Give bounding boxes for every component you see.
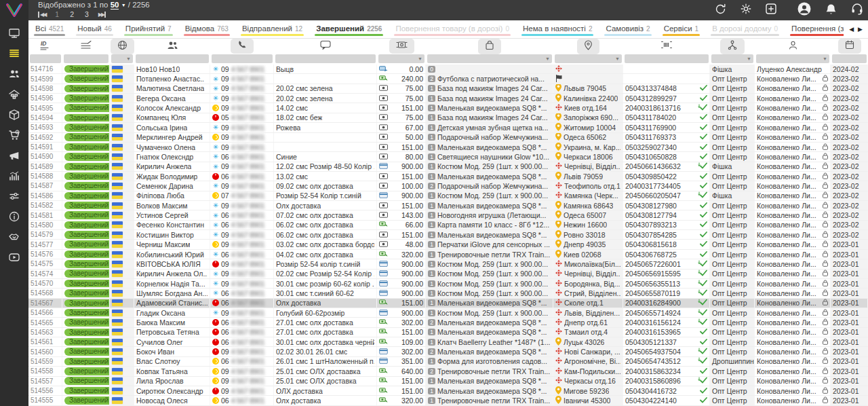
tab-8[interactable]: Самовивіз2 <box>599 20 656 38</box>
sidebar-item-tutorials[interactable] <box>5 253 23 265</box>
table-row[interactable]: 514598ЗавершенийМалютина Светлана✳094 56… <box>28 84 868 94</box>
page-size-select[interactable]: 50 <box>111 1 119 10</box>
sidebar-item-customers[interactable] <box>5 69 23 81</box>
topbar-add-button[interactable] <box>765 3 777 18</box>
table-row[interactable]: 514590ЗавершенийГнатюк Олексндр✳064 567 … <box>28 152 868 162</box>
column-sort-manager[interactable] <box>755 39 831 54</box>
sidebar-item-settings[interactable] <box>5 191 23 204</box>
table-row[interactable]: 514591ЗавершенийЧумаченко Олена✳094 567 … <box>28 143 868 152</box>
filter-product[interactable]: ▼ <box>427 54 552 63</box>
filter-id[interactable] <box>30 54 61 63</box>
column-sort-source[interactable] <box>710 39 755 54</box>
table-row[interactable]: 514599ЗавершенийПотапенко Анастас..✳094 … <box>28 74 868 84</box>
last-page-button[interactable]: ▶▶ <box>98 12 106 18</box>
table-row[interactable]: 514561ЗавершенийСучилов Олег’064 567 890… <box>28 337 868 347</box>
table-row[interactable]: 514565ЗавершенийБаюка Максим’064 567 890… <box>28 318 868 327</box>
column-sort-id[interactable]: ID <box>28 39 62 54</box>
table-row[interactable]: 514592ЗавершенийМерклингер Андрей094 567… <box>28 133 868 143</box>
table-row[interactable]: 514566ЗавершенийГладик Оксана✳094 567 89… <box>28 308 868 318</box>
first-page-button[interactable]: ◀◀ <box>38 12 45 18</box>
topbar-refresh-button[interactable] <box>714 3 727 18</box>
app-logo-icon[interactable] <box>0 0 28 20</box>
tab-4[interactable]: Відправлений12 <box>235 20 309 38</box>
table-row[interactable]: 514595ЗавершенийКолосок Александр094 567… <box>28 103 868 113</box>
table-row[interactable]: 514582ЗавершенийВолков Максим✳094 567 89… <box>28 201 868 210</box>
page-button-1[interactable]: 1 <box>55 10 59 18</box>
sidebar-item-marketing[interactable] <box>5 151 23 163</box>
table-row[interactable]: 514716ЗавершенийНов10 Нов10✳094 567 8901… <box>28 64 868 74</box>
filter-manager[interactable]: ▼ <box>756 54 829 63</box>
table-row[interactable]: 514580ЗавершенийФесенко Константин✳064 5… <box>28 221 868 230</box>
table-row[interactable]: 514567ЗавершенийАдамовский Станис...’064… <box>28 299 868 308</box>
sidebar-item-info[interactable] <box>5 212 23 224</box>
column-sort-phone[interactable] <box>210 39 274 54</box>
sidebar-item-statistics[interactable] <box>5 171 23 183</box>
column-sort-product[interactable] <box>426 39 553 54</box>
table-row[interactable]: 514594ЗавершенийКомпанец Юля’054 567 890… <box>28 113 868 123</box>
table-row[interactable]: 514568ЗавершенийШумляс Богдана Ан...✳064… <box>28 289 868 298</box>
filter-source[interactable]: ▼ <box>711 54 753 63</box>
tab-3[interactable]: Відмова763 <box>178 20 235 38</box>
table-row[interactable]: 514596ЗавершенийВегера Оксана✳094 567 89… <box>28 94 868 103</box>
tab-zavershenyi[interactable]: Завершений2256 <box>309 20 389 38</box>
column-sort-flag[interactable] <box>110 39 134 54</box>
filter-date[interactable] <box>832 54 867 63</box>
tabs-scroll-left-icon[interactable]: ◀ <box>849 26 854 33</box>
column-sort-comment[interactable] <box>274 39 377 54</box>
table-row[interactable]: 514588ЗавершенийЖидак Володимир’064 567 … <box>28 172 868 181</box>
table-row[interactable]: 514563ЗавершенийПетровська Тетяна’064 56… <box>28 328 868 337</box>
topbar-profile-button[interactable] <box>797 1 812 19</box>
sidebar-item-company[interactable] <box>5 90 23 102</box>
topbar-notifications-button[interactable] <box>825 3 837 18</box>
filter-flag[interactable]: ▼ <box>111 54 133 63</box>
filter-status[interactable] <box>64 54 108 63</box>
table-row[interactable]: 514559ЗавершенийВлас Слотюу064 567 89012… <box>28 357 868 367</box>
table-row[interactable]: 514576ЗавершенийКобилинський Юрий✳064 56… <box>28 250 868 259</box>
table-row[interactable]: 514581ЗавершенийУстинов Сергей✳064 567 8… <box>28 210 868 220</box>
table-row[interactable]: 514556ЗавершенийСиротюк Олександр’094 56… <box>28 386 868 396</box>
table-row[interactable]: 514557ЗавершенийЛила Ярослав094 567 8901… <box>28 377 868 386</box>
filter-comment[interactable] <box>275 54 376 63</box>
topbar-support-button[interactable] <box>850 2 864 18</box>
column-sort-date[interactable] <box>831 39 868 54</box>
page-button-3[interactable]: 3 <box>85 10 89 18</box>
table-row[interactable]: 514589ЗавершенийКирилич Анжела✳094 567 8… <box>28 162 868 172</box>
column-sort-ttn[interactable] <box>623 39 710 54</box>
table-row[interactable]: 514575ЗавершенийКВІТОВСЬКА ЮЛІЯ’094 567 … <box>28 259 868 269</box>
table-row[interactable]: 514587ЗавершенийСеменюк Дарина✳094 567 8… <box>28 181 868 191</box>
column-sort-price[interactable] <box>377 39 426 54</box>
table-row[interactable]: 514577ЗавершенийЧерниш Максим094 567 890… <box>28 240 868 249</box>
sidebar-item-products[interactable] <box>5 110 23 122</box>
topbar-settings-button[interactable] <box>740 3 752 18</box>
sidebar-item-partners[interactable] <box>5 232 23 244</box>
table-row[interactable]: 514593ЗавершенийСольська Ірина✳094 567 8… <box>28 123 868 132</box>
tab-2[interactable]: Прийнятий7 <box>119 20 178 38</box>
table-row[interactable]: 514586ЗавершенийФіліпова Люба074 567 890… <box>28 191 868 201</box>
column-sort-status[interactable] <box>62 39 110 54</box>
sidebar-item-orders[interactable] <box>5 49 23 61</box>
table-row[interactable]: 514579ЗавершенийКостишин Виктор✳094 567 … <box>28 230 868 240</box>
tab-6[interactable]: Повернення товару (в дорозі)0 <box>389 20 516 38</box>
filter-name[interactable] <box>136 54 209 63</box>
filter-price[interactable]: ▼ <box>378 54 425 63</box>
sidebar-item-dashboard[interactable] <box>5 29 23 41</box>
tab-10[interactable]: В дорозі додому0 <box>705 20 785 38</box>
column-sort-location[interactable] <box>553 39 623 54</box>
filter-location[interactable]: ▼ <box>555 54 622 63</box>
payment-type-icon <box>379 182 388 190</box>
column-sort-name[interactable] <box>134 39 210 54</box>
tab-1[interactable]: Новый46 <box>71 20 119 38</box>
tab-0[interactable]: Всі4521 <box>28 20 71 38</box>
tab-9[interactable]: Сервіси1 <box>657 20 706 38</box>
filter-phone[interactable] <box>212 54 273 63</box>
table-row[interactable]: 514570ЗавершенийКорнелюк Надія Та...✳094… <box>28 279 868 289</box>
page-button-2[interactable]: 2 <box>70 10 74 18</box>
sidebar-item-purchases[interactable]: 1 <box>5 130 23 143</box>
table-row[interactable]: 514574ЗавершенийКирилич Анжела Ол...✳094… <box>28 270 868 279</box>
table-row[interactable]: 514558ЗавершенийКовпак Татьяна094 567 89… <box>28 367 868 376</box>
table-row[interactable]: 514560ЗавершенийБокоч Иван’094 567 89010… <box>28 347 868 356</box>
tabs-scroll-right-icon[interactable]: ▶ <box>858 26 863 33</box>
tab-7[interactable]: Нема в наявності2 <box>516 20 599 38</box>
filter-ttn[interactable] <box>625 54 709 63</box>
table-row[interactable]: 514555ЗавершенийНовосад Олеся064 567 890… <box>28 396 868 405</box>
